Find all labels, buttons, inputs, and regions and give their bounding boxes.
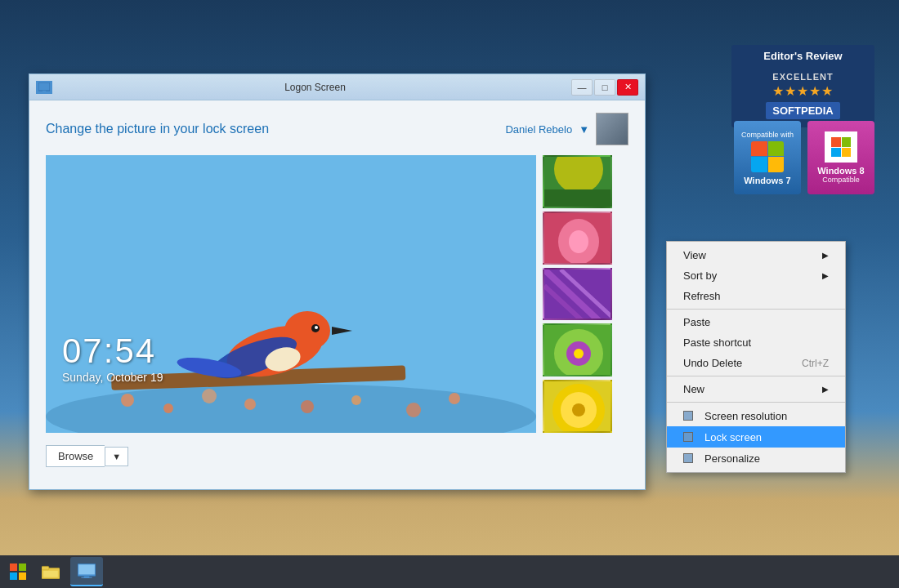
user-avatar bbox=[596, 113, 628, 145]
menu-separator-3 bbox=[667, 402, 845, 403]
win8-name: Windows 8 bbox=[817, 166, 864, 176]
svg-point-12 bbox=[449, 393, 460, 404]
svg-rect-50 bbox=[81, 577, 92, 578]
logon-window: Logon Screen — □ ✕ Change the picture in… bbox=[29, 74, 646, 490]
user-info: Daniel Rebelo ▼ bbox=[505, 113, 628, 145]
star-rating: ★★★★★ bbox=[738, 83, 868, 99]
thumbnail-3[interactable] bbox=[543, 268, 612, 321]
win7-name: Windows 7 bbox=[744, 176, 790, 185]
lock-screen-icon bbox=[683, 430, 700, 443]
lock-screen-monitor-icon bbox=[683, 432, 693, 442]
svg-point-11 bbox=[406, 403, 421, 417]
softpedia-badge: SOFTPEDIA bbox=[766, 102, 839, 119]
window-titlebar: Logon Screen — □ ✕ bbox=[29, 74, 645, 100]
menu-item-undo-label: Undo Delete bbox=[683, 357, 742, 369]
menu-item-refresh-label: Refresh bbox=[683, 290, 721, 302]
win8-compat-label: Compatible bbox=[822, 176, 860, 184]
menu-item-undo-delete[interactable]: Undo Delete Ctrl+Z bbox=[667, 353, 845, 373]
svg-point-7 bbox=[202, 389, 217, 403]
svg-rect-45 bbox=[42, 566, 49, 569]
personalize-icon bbox=[683, 452, 700, 465]
clock-date: Sunday, October 19 bbox=[62, 371, 163, 384]
dropdown-arrow[interactable]: ▼ bbox=[579, 123, 589, 136]
menu-item-view[interactable]: View ▶ bbox=[667, 245, 845, 265]
maximize-button[interactable]: □ bbox=[594, 79, 615, 96]
menu-separator-2 bbox=[667, 376, 845, 376]
screen-resolution-icon bbox=[683, 409, 700, 422]
svg-rect-43 bbox=[19, 572, 26, 580]
svg-rect-0 bbox=[38, 82, 50, 91]
taskbar bbox=[0, 555, 899, 588]
window-app-icon bbox=[36, 81, 52, 94]
bird-illustration bbox=[46, 155, 536, 433]
browse-button[interactable]: Browse bbox=[46, 445, 105, 467]
new-submenu-arrow: ▶ bbox=[822, 385, 829, 394]
desktop: Logon Screen — □ ✕ Change the picture in… bbox=[0, 0, 899, 555]
window-header: Change the picture in your lock screen D… bbox=[46, 113, 628, 145]
menu-item-paste-shortcut[interactable]: Paste shortcut bbox=[667, 332, 845, 353]
browse-dropdown-arrow[interactable]: ▼ bbox=[105, 447, 128, 466]
menu-item-sort-by[interactable]: Sort by ▶ bbox=[667, 265, 845, 286]
svg-point-10 bbox=[351, 395, 361, 405]
menu-item-new[interactable]: New ▶ bbox=[667, 379, 845, 399]
window-body: Change the picture in your lock screen D… bbox=[29, 100, 645, 489]
start-button[interactable] bbox=[3, 557, 33, 586]
menu-item-screen-resolution[interactable]: Screen resolution bbox=[667, 405, 845, 426]
win8-tiles bbox=[831, 137, 851, 157]
sort-submenu-arrow: ▶ bbox=[822, 271, 829, 280]
menu-item-lock-screen[interactable]: Lock screen bbox=[667, 426, 845, 448]
svg-rect-48 bbox=[78, 564, 95, 574]
logon-screen-taskbar-icon bbox=[78, 564, 96, 578]
review-panel: Editor's Review EXCELLENT ★★★★★ SOFTPEDI… bbox=[731, 45, 874, 127]
minimize-button[interactable]: — bbox=[571, 79, 593, 96]
menu-item-personalize-label: Personalize bbox=[704, 452, 760, 465]
close-button[interactable]: ✕ bbox=[617, 79, 638, 96]
editors-review-title: Editor's Review bbox=[731, 45, 874, 67]
thumbnail-2[interactable] bbox=[543, 212, 612, 265]
menu-separator-1 bbox=[667, 309, 845, 310]
compat-badges: Compatible with Windows 7 Windows 8 Comp… bbox=[734, 121, 874, 194]
menu-item-screen-res-label: Screen resolution bbox=[704, 410, 787, 422]
menu-item-paste-shortcut-label: Paste shortcut bbox=[683, 336, 751, 349]
review-box: EXCELLENT ★★★★★ SOFTPEDIA bbox=[731, 67, 874, 127]
win8-badge: Windows 8 Compatible bbox=[807, 121, 874, 194]
taskbar-item-logon-screen[interactable] bbox=[70, 557, 103, 586]
thumbnail-4[interactable] bbox=[543, 323, 612, 376]
view-submenu-arrow: ▶ bbox=[822, 251, 829, 260]
svg-point-8 bbox=[244, 399, 256, 410]
undo-shortcut: Ctrl+Z bbox=[802, 358, 829, 369]
time-display: 07:54 Sunday, October 19 bbox=[62, 332, 163, 384]
svg-point-20 bbox=[315, 326, 318, 329]
thumbnail-5[interactable] bbox=[543, 380, 612, 433]
context-menu: View ▶ Sort by ▶ Refresh Paste Paste sho… bbox=[666, 241, 846, 473]
clock-time: 07:54 bbox=[62, 332, 163, 371]
svg-point-39 bbox=[572, 403, 585, 416]
svg-rect-2 bbox=[40, 91, 48, 92]
file-explorer-icon bbox=[42, 564, 60, 579]
menu-item-lock-screen-label: Lock screen bbox=[704, 431, 762, 443]
svg-point-27 bbox=[569, 230, 588, 253]
window-controls: — □ ✕ bbox=[571, 79, 638, 96]
menu-item-new-label: New bbox=[683, 383, 704, 395]
svg-rect-40 bbox=[10, 564, 17, 571]
svg-rect-42 bbox=[10, 572, 17, 580]
win8-logo bbox=[825, 131, 857, 163]
svg-point-9 bbox=[301, 400, 314, 413]
main-lockscreen-image[interactable]: 07:54 Sunday, October 19 bbox=[46, 155, 536, 433]
win7-badge: Compatible with Windows 7 bbox=[734, 121, 801, 194]
monitor-icon-shape bbox=[683, 411, 693, 421]
menu-item-refresh[interactable]: Refresh bbox=[667, 286, 845, 306]
main-content: 07:54 Sunday, October 19 bbox=[46, 155, 628, 433]
personalize-monitor-icon bbox=[683, 453, 693, 463]
svg-point-5 bbox=[121, 394, 134, 407]
svg-rect-24 bbox=[544, 189, 612, 208]
thumbnail-1[interactable] bbox=[543, 155, 612, 208]
menu-item-paste[interactable]: Paste bbox=[667, 312, 845, 332]
win7-logo bbox=[751, 141, 784, 172]
menu-item-view-label: View bbox=[683, 249, 706, 261]
menu-item-personalize[interactable]: Personalize bbox=[667, 448, 845, 469]
taskbar-item-file-explorer[interactable] bbox=[34, 557, 67, 586]
thumbnail-strip bbox=[543, 155, 616, 433]
svg-point-6 bbox=[163, 403, 173, 413]
menu-item-sort-label: Sort by bbox=[683, 270, 717, 282]
